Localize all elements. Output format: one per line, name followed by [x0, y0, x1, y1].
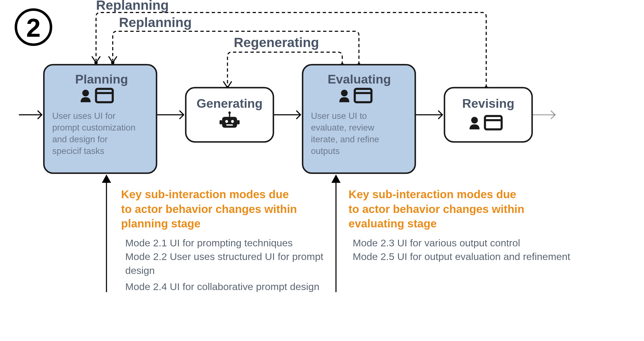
stage-planning: Planning User uses UI for prompt customi… [44, 65, 157, 173]
arrow-entry [19, 111, 42, 119]
svg-point-13 [82, 90, 89, 96]
annot-left-t3: planning stage [121, 217, 201, 230]
stage-generating: Generating [186, 88, 273, 142]
annotation-left: Key sub-interaction modes due to actor b… [121, 188, 323, 292]
svg-point-11 [94, 61, 98, 64]
annot-left-t1: Key sub-interaction modes due [121, 188, 289, 201]
loop-label-replan-top: Replanning [96, 0, 169, 12]
arrow-gen-to-eval [273, 111, 300, 119]
number-badge: 2 [16, 9, 51, 45]
stage-revising: Revising [444, 88, 532, 142]
annot-left-i0: Mode 2.1 UI for prompting techniques [125, 237, 293, 249]
annot-left-i2: design [125, 265, 155, 276]
planning-desc-2: prompt customization [52, 123, 136, 133]
annotation-right: Key sub-interaction modes due to actor b… [348, 188, 570, 262]
svg-marker-34 [102, 175, 111, 183]
annotation-arrow-left [102, 175, 111, 292]
planning-desc-4: specicif tasks [52, 146, 104, 156]
svg-point-30 [471, 117, 478, 124]
evaluating-desc-4: outputs [311, 146, 340, 156]
annot-right-i1: Mode 2.5 UI for output evaluation and re… [353, 251, 570, 262]
svg-rect-19 [222, 117, 237, 128]
svg-point-26 [341, 90, 348, 96]
arrow-eval-to-rev [415, 111, 442, 119]
badge-number: 2 [26, 13, 41, 42]
annot-right-t1: Key sub-interaction modes due [348, 188, 516, 201]
evaluating-desc-1: User use UI to [311, 111, 367, 121]
svg-rect-21 [237, 120, 240, 124]
svg-point-23 [231, 120, 234, 123]
planning-title: Planning [75, 72, 128, 86]
planning-desc-1: User uses UI for [52, 111, 115, 121]
revising-title: Revising [462, 96, 514, 111]
annot-left-i1: Mode 2.2 User uses structured UI for pro… [125, 251, 323, 262]
annot-left-i3: Mode 2.4 UI for collaborative prompt des… [125, 281, 319, 292]
svg-point-9 [111, 61, 114, 64]
generating-title: Generating [196, 96, 262, 111]
annot-right-t2: to actor behavior changes within [348, 203, 524, 215]
arrow-plan-to-gen [156, 111, 183, 119]
annot-left-t2: to actor behavior changes within [121, 203, 297, 215]
arrow-exit [532, 111, 555, 119]
planning-desc-3: and design for [52, 134, 108, 144]
diagram: 2 Regenerating Replanning [0, 0, 644, 341]
evaluating-title: Evaluating [328, 72, 391, 86]
annot-right-t3: evaluating stage [348, 217, 437, 230]
svg-rect-29 [444, 88, 532, 142]
stage-evaluating: Evaluating User use UI to evaluate, revi… [303, 65, 415, 173]
svg-rect-20 [220, 120, 222, 124]
evaluating-desc-2: evaluate, review [311, 123, 374, 133]
svg-point-18 [228, 111, 231, 114]
loop-label-replan-mid: Replanning [119, 15, 192, 30]
annotation-arrow-right [331, 175, 341, 292]
evaluating-desc-3: iterate, and refine [311, 134, 379, 144]
annot-right-i0: Mode 2.3 UI for various output control [353, 237, 520, 249]
svg-rect-24 [226, 124, 233, 126]
svg-marker-36 [331, 175, 341, 183]
loop-label-regen: Regenerating [234, 35, 319, 50]
svg-point-22 [225, 120, 228, 123]
